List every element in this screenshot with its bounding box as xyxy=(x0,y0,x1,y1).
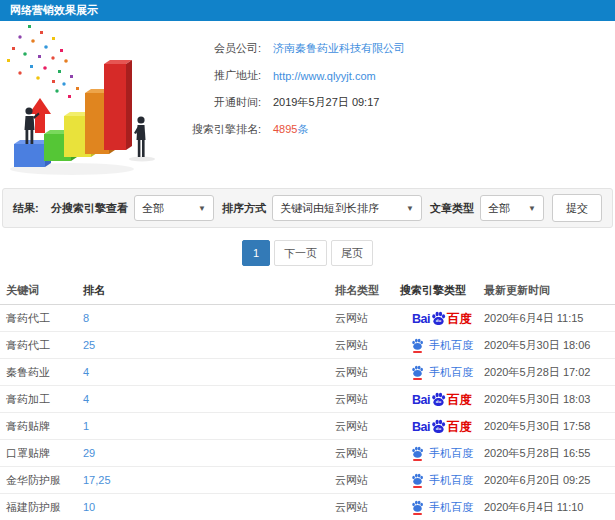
baidu-mobile-logo: 手机百度 xyxy=(411,446,473,461)
updated-cell: 2020年5月28日 17:02 xyxy=(484,365,615,380)
article-type-select[interactable]: 全部 ▼ xyxy=(480,195,544,221)
rank-link[interactable]: 8 xyxy=(83,312,335,324)
info-row: 开通时间:2019年5月27日 09:17 xyxy=(175,89,405,116)
submit-button[interactable]: 提交 xyxy=(552,194,602,222)
updated-cell: 2020年6月20日 09:25 xyxy=(484,473,615,488)
header-updated: 最新更新时间 xyxy=(484,283,615,298)
baidu-mobile-red-bar xyxy=(413,378,422,380)
confetti-dots xyxy=(7,25,79,98)
filter-group: 分搜索引擎查看 全部 ▼ 排序方式 关键词由短到长排序 ▼ 文章类型 全部 ▼ … xyxy=(43,194,602,222)
rank-link[interactable]: 25 xyxy=(83,339,335,351)
engine-cell: 手机百度 xyxy=(400,500,484,515)
baidu-mobile-label: 手机百度 xyxy=(429,475,473,486)
table-row: 福建防护服 10 云网站 手机百度 2020年6月4日 11:10 xyxy=(0,494,615,520)
table-row: 膏药代工 8 云网站 Baidu百度 2020年6月4日 11:15 xyxy=(0,305,615,332)
growth-bar-chart-illustration xyxy=(0,21,175,183)
svg-text:du: du xyxy=(436,318,442,323)
bar-red xyxy=(104,60,132,150)
rank-link[interactable]: 10 xyxy=(83,501,335,513)
baidu-mobile-red-bar xyxy=(413,351,422,353)
engine-cell: 手机百度 xyxy=(400,473,484,488)
svg-text:du: du xyxy=(436,426,442,431)
table-body: 膏药代工 8 云网站 Baidu百度 2020年6月4日 11:15 膏药代工 … xyxy=(0,305,615,520)
keyword-cell: 金华防护服 xyxy=(0,473,83,488)
engine-cell: 手机百度 xyxy=(400,365,484,380)
baidu-mobile-red-bar xyxy=(413,513,422,515)
rank-count: 4895 xyxy=(273,123,297,135)
info-value[interactable]: http://www.qlyyjt.com xyxy=(273,70,376,82)
rank-link[interactable]: 4 xyxy=(83,366,335,378)
table-row: 膏药代工 25 云网站 手机百度 2020年5月30日 18:06 xyxy=(0,332,615,359)
rank-type-cell: 云网站 xyxy=(335,500,400,515)
keyword-cell: 膏药代工 xyxy=(0,338,83,353)
chevron-down-icon: ▼ xyxy=(528,204,536,213)
sort-label: 排序方式 xyxy=(222,201,266,216)
updated-cell: 2020年5月30日 17:58 xyxy=(484,419,615,434)
info-label: 推广地址: xyxy=(175,68,261,83)
article-type-label: 文章类型 xyxy=(430,201,474,216)
last-page-button[interactable]: 尾页 xyxy=(331,240,373,266)
baidu-logo-cn: 百度 xyxy=(447,394,472,407)
baidu-paw-icon: du xyxy=(431,392,446,406)
results-table: 关键词 排名 排名类型 搜索引擎类型 最新更新时间 膏药代工 8 云网站 Bai… xyxy=(0,276,615,520)
svg-text:du: du xyxy=(436,399,442,404)
info-value[interactable]: 济南秦鲁药业科技有限公司 xyxy=(273,41,405,56)
chevron-down-icon: ▼ xyxy=(198,204,206,213)
updated-cell: 2020年5月28日 16:55 xyxy=(484,446,615,461)
next-page-button[interactable]: 下一页 xyxy=(274,240,327,266)
engine-view-select[interactable]: 全部 ▼ xyxy=(134,195,214,221)
updated-cell: 2020年6月4日 11:15 xyxy=(484,311,615,326)
keyword-cell: 秦鲁药业 xyxy=(0,365,83,380)
baidu-mobile-label: 手机百度 xyxy=(429,502,473,513)
keyword-cell: 膏药贴牌 xyxy=(0,419,83,434)
updated-cell: 2020年5月30日 18:03 xyxy=(484,392,615,407)
info-row: 会员公司:济南秦鲁药业科技有限公司 xyxy=(175,35,405,62)
baidu-mobile-paw-icon xyxy=(411,446,424,461)
baidu-mobile-label: 手机百度 xyxy=(429,340,473,351)
sort-value: 关键词由短到长排序 xyxy=(280,201,379,216)
header-keyword: 关键词 xyxy=(0,283,83,298)
table-row: 膏药加工 4 云网站 Baidu百度 2020年5月30日 18:03 xyxy=(0,386,615,413)
rank-type-cell: 云网站 xyxy=(335,446,400,461)
baidu-mobile-logo: 手机百度 xyxy=(411,365,473,380)
info-value: 4895条 xyxy=(273,122,308,137)
table-row: 口罩贴牌 29 云网站 手机百度 2020年5月28日 16:55 xyxy=(0,440,615,467)
table-row: 秦鲁药业 4 云网站 手机百度 2020年5月28日 17:02 xyxy=(0,359,615,386)
page-title: 网络营销效果展示 xyxy=(0,0,615,21)
rank-type-cell: 云网站 xyxy=(335,419,400,434)
baidu-logo: Baidu百度 xyxy=(412,392,472,406)
keyword-cell: 膏药代工 xyxy=(0,311,83,326)
baidu-mobile-paw-icon xyxy=(411,365,424,380)
baidu-mobile-paw-icon xyxy=(411,500,424,515)
keyword-cell: 福建防护服 xyxy=(0,500,83,515)
keyword-cell: 口罩贴牌 xyxy=(0,446,83,461)
rank-type-cell: 云网站 xyxy=(335,311,400,326)
page-button-current[interactable]: 1 xyxy=(242,240,270,266)
baidu-mobile-paw-icon xyxy=(411,473,424,488)
header-engine-type: 搜索引擎类型 xyxy=(400,283,484,298)
engine-cell: 手机百度 xyxy=(400,338,484,353)
baidu-logo-cn: 百度 xyxy=(447,313,472,326)
filter-panel: 结果: 分搜索引擎查看 全部 ▼ 排序方式 关键词由短到长排序 ▼ 文章类型 全… xyxy=(2,188,613,228)
rank-type-cell: 云网站 xyxy=(335,338,400,353)
sort-select[interactable]: 关键词由短到长排序 ▼ xyxy=(272,195,422,221)
baidu-logo-bai: Bai xyxy=(412,313,430,326)
info-value: 2019年5月27日 09:17 xyxy=(273,95,379,110)
rank-link[interactable]: 4 xyxy=(83,393,335,405)
baidu-logo-bai: Bai xyxy=(412,421,430,434)
info-section: 会员公司:济南秦鲁药业科技有限公司推广地址:http://www.qlyyjt.… xyxy=(0,21,615,188)
baidu-mobile-logo: 手机百度 xyxy=(411,473,473,488)
chevron-down-icon: ▼ xyxy=(406,204,414,213)
baidu-mobile-logo: 手机百度 xyxy=(411,500,473,515)
baidu-mobile-label: 手机百度 xyxy=(429,367,473,378)
engine-cell: 手机百度 xyxy=(400,446,484,461)
table-header-row: 关键词 排名 排名类型 搜索引擎类型 最新更新时间 xyxy=(0,276,615,305)
rank-link[interactable]: 1 xyxy=(83,420,335,432)
info-row: 搜索引擎排名:4895条 xyxy=(175,116,405,143)
rank-link[interactable]: 17,25 xyxy=(83,474,335,486)
engine-view-label: 分搜索引擎查看 xyxy=(51,201,128,216)
rank-type-cell: 云网站 xyxy=(335,473,400,488)
baidu-mobile-paw-icon xyxy=(411,338,424,353)
baidu-logo: Baidu百度 xyxy=(412,311,472,325)
rank-link[interactable]: 29 xyxy=(83,447,335,459)
